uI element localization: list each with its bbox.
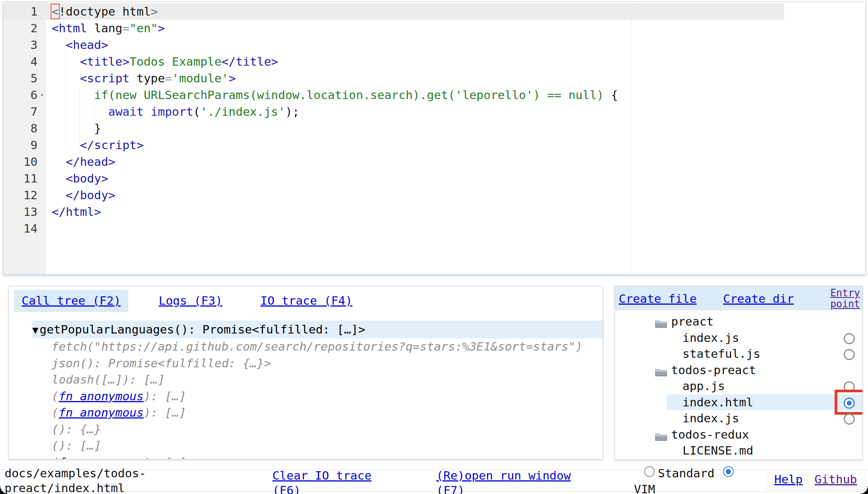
code-line-1[interactable]: 1<!doctype html> xyxy=(3,3,865,20)
code-line-5[interactable]: 5 <script type='module'> xyxy=(3,70,865,87)
code-text: </html> xyxy=(45,203,101,220)
entry-point-line2: point xyxy=(830,299,860,310)
line-number: 6▾ xyxy=(3,87,45,103)
create-dir-button[interactable]: Create dir xyxy=(723,292,794,305)
code-line-10[interactable]: 10 </head> xyxy=(3,153,865,170)
call-tree-panel: Call tree (F2)Logs (F3)IO trace (F4) ▼ge… xyxy=(8,286,603,459)
line-number: 3 xyxy=(3,36,45,53)
code-text: await import('./index.js'); xyxy=(45,103,299,120)
line-number: 2 xyxy=(3,20,45,36)
file-row-index.js[interactable]: index.js xyxy=(615,330,862,346)
standard-mode-label[interactable]: Standard xyxy=(658,466,714,481)
code-line-11[interactable]: 11 <body> xyxy=(3,170,865,187)
code-text: <html lang="en"> xyxy=(45,20,165,36)
file-list: preactindex.jsstateful.jstodos-preactapp… xyxy=(615,313,862,459)
anonymous-fn-link[interactable]: fn anonymous xyxy=(59,455,144,460)
folder-name: todos-redux xyxy=(671,426,749,443)
github-link[interactable]: Github xyxy=(815,472,857,487)
path-line1: docs/examples/todos- xyxy=(5,466,146,481)
panel-tabs: Call tree (F2)Logs (F3)IO trace (F4) xyxy=(9,286,603,312)
call-tree-row[interactable]: (): […] xyxy=(9,437,603,454)
call-tree: ▼getPopularLanguages(): Promise<fulfille… xyxy=(9,321,603,459)
call-tree-row[interactable]: (fn anonymous): […] xyxy=(9,454,603,460)
call-tree-row[interactable]: fetch("https://api.github.com/search/rep… xyxy=(9,338,603,355)
vim-mode-label[interactable]: VIM xyxy=(634,482,655,494)
file-name: index.js xyxy=(682,330,739,346)
code-text: </body> xyxy=(45,187,115,203)
code-line-12[interactable]: 12 </body> xyxy=(3,187,865,203)
help-link[interactable]: Help xyxy=(774,472,803,487)
call-tree-row[interactable]: (fn anonymous): […] xyxy=(9,388,603,405)
code-line-13[interactable]: 13</html> xyxy=(3,203,865,220)
code-line-2[interactable]: 2<html lang="en"> xyxy=(3,20,865,36)
reopen-run-window-button[interactable]: (Re)open run window (F7) xyxy=(436,468,571,494)
code-editor[interactable]: 1<!doctype html>2<html lang="en">3 <head… xyxy=(3,2,866,275)
code-line-14[interactable]: 14 xyxy=(3,220,865,237)
file-row-index.html[interactable]: index.html xyxy=(615,394,862,411)
clear-io-trace-label: Clear IO trace xyxy=(272,468,371,483)
code-text: </script> xyxy=(45,137,144,153)
editor-lines[interactable]: 1<!doctype html>2<html lang="en">3 <head… xyxy=(3,3,865,237)
call-tree-row[interactable]: json(): Promise<fulfilled: {…}> xyxy=(9,355,603,372)
code-text: <title>Todos Example</title> xyxy=(45,53,278,70)
code-line-9[interactable]: 9 </script> xyxy=(3,137,865,153)
path-line2: preact/index.html xyxy=(5,481,146,494)
folder-icon xyxy=(655,429,667,440)
entry-point-radio-index.js[interactable] xyxy=(844,414,855,425)
screen-corner-artifact xyxy=(0,486,8,494)
file-name: stateful.js xyxy=(682,346,760,362)
code-text xyxy=(45,220,52,237)
tab-call-tree-f2[interactable]: Call tree (F2) xyxy=(14,290,128,312)
file-name: index.js xyxy=(682,410,739,426)
folder-row-preact[interactable]: preact xyxy=(615,313,862,330)
line-number: 8 xyxy=(3,120,45,137)
entry-point-column-header[interactable]: Entry point xyxy=(830,288,860,310)
call-tree-row[interactable]: (fn anonymous): […] xyxy=(9,404,603,421)
standard-mode-radio[interactable] xyxy=(644,466,655,477)
call-tree-row[interactable]: ▼getPopularLanguages(): Promise<fulfille… xyxy=(32,321,603,338)
code-text: <body> xyxy=(45,170,108,187)
code-text: } xyxy=(45,120,101,137)
call-tree-row[interactable]: lodash([…]): […] xyxy=(9,371,603,388)
entry-point-radio-stateful.js[interactable] xyxy=(844,349,855,360)
folder-name: todos-preact xyxy=(671,362,756,378)
vim-mode-radio[interactable] xyxy=(723,466,734,477)
line-number: 4 xyxy=(3,53,45,70)
code-text: <head> xyxy=(45,36,108,53)
screen-corner-artifact xyxy=(860,486,868,494)
file-browser-panel: Create file Create dir Entry point preac… xyxy=(615,286,863,460)
create-file-button[interactable]: Create file xyxy=(619,292,697,305)
line-number: 11 xyxy=(3,170,45,187)
folder-icon xyxy=(655,365,667,375)
entry-point-radio-index.js[interactable] xyxy=(844,333,855,344)
file-row-stateful.js[interactable]: stateful.js xyxy=(615,346,862,362)
file-row-LICENSE.md[interactable]: LICENSE.md xyxy=(615,442,862,459)
folder-row-todos-preact[interactable]: todos-preact xyxy=(615,362,862,378)
clear-io-trace-button[interactable]: Clear IO trace (F6) xyxy=(272,468,371,494)
file-name: index.html xyxy=(682,394,753,411)
call-tree-row[interactable]: (): {…} xyxy=(9,421,603,438)
file-name: app.js xyxy=(682,378,725,394)
line-number: 9 xyxy=(3,137,45,153)
collapse-triangle-icon[interactable]: ▼ xyxy=(32,324,38,336)
file-name: LICENSE.md xyxy=(682,442,753,459)
code-line-8[interactable]: 8 } xyxy=(3,120,865,137)
file-row-app.js[interactable]: app.js xyxy=(615,378,862,394)
file-row-index.js[interactable]: index.js xyxy=(615,410,862,426)
code-line-6[interactable]: 6▾ if(new URLSearchParams(window.locatio… xyxy=(3,87,865,103)
anonymous-fn-link[interactable]: fn anonymous xyxy=(59,389,144,403)
tab-logs-f3[interactable]: Logs (F3) xyxy=(151,290,230,312)
code-text: <!doctype html> xyxy=(45,3,158,20)
code-text: <script type='module'> xyxy=(45,70,236,87)
reopen-run-window-label: (Re)open run window xyxy=(436,468,571,483)
code-line-4[interactable]: 4 <title>Todos Example</title> xyxy=(3,53,865,70)
code-line-7[interactable]: 7 await import('./index.js'); xyxy=(3,103,865,120)
leporello-ide: 1<!doctype html>2<html lang="en">3 <head… xyxy=(0,0,868,494)
tab-io-trace-f4[interactable]: IO trace (F4) xyxy=(253,290,360,312)
code-line-3[interactable]: 3 <head> xyxy=(3,36,865,53)
code-text: </head> xyxy=(45,153,115,170)
anonymous-fn-link[interactable]: fn anonymous xyxy=(59,406,144,419)
folder-name: preact xyxy=(671,313,714,330)
fold-caret-icon[interactable]: ▾ xyxy=(40,87,44,103)
folder-row-todos-redux[interactable]: todos-redux xyxy=(615,426,862,443)
